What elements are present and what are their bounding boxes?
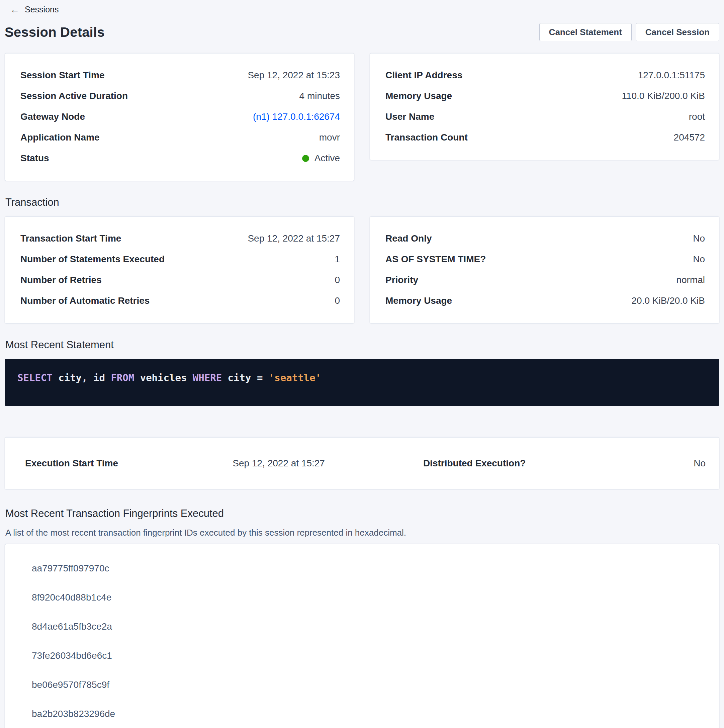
row-value: 1 <box>335 254 340 265</box>
row-value: 0 <box>335 275 340 285</box>
row-label: Number of Automatic Retries <box>20 295 150 306</box>
statement-heading: Most Recent Statement <box>5 339 719 351</box>
row-value: Sep 12, 2022 at 15:27 <box>248 233 340 244</box>
row-label: Number of Retries <box>20 275 102 285</box>
arrow-left-icon: ← <box>10 5 19 14</box>
row-label: Memory Usage <box>386 295 452 306</box>
status-value: Active <box>314 153 340 164</box>
summary-row-priority: Priority normal <box>386 270 705 291</box>
summary-row-session-start-time: Session Start Time Sep 12, 2022 at 15:23 <box>20 65 340 86</box>
fingerprint-item: aa79775ff097970c <box>5 554 719 583</box>
transaction-card-left: Transaction Start Time Sep 12, 2022 at 1… <box>5 216 354 324</box>
summary-row-gateway-node: Gateway Node (n1) 127.0.0.1:62674 <box>20 106 340 127</box>
status-badge: Active <box>302 153 340 164</box>
row-label: Transaction Start Time <box>20 233 121 244</box>
breadcrumb-label: Sessions <box>25 5 58 14</box>
summary-row-as-of-system-time: AS OF SYSTEM TIME? No <box>386 249 705 270</box>
session-summary-card-right: Client IP Address 127.0.0.1:51175 Memory… <box>370 53 719 160</box>
transaction-card-right: Read Only No AS OF SYSTEM TIME? No Prior… <box>370 216 719 324</box>
breadcrumb-back-link[interactable]: ← Sessions <box>5 0 58 14</box>
distributed-execution-value: No <box>603 458 706 469</box>
summary-row-user-name: User Name root <box>386 106 705 127</box>
page-title: Session Details <box>5 25 105 40</box>
execution-start-time-label: Execution Start Time <box>25 458 233 469</box>
row-label: Session Active Duration <box>20 91 128 101</box>
row-label: Application Name <box>20 132 99 143</box>
sql-statement-block: SELECT city, id FROM vehicles WHERE city… <box>5 359 719 406</box>
transaction-heading: Transaction <box>5 196 719 208</box>
status-active-dot-icon <box>302 155 309 162</box>
summary-row-transaction-start-time: Transaction Start Time Sep 12, 2022 at 1… <box>20 228 340 249</box>
row-value: 4 minutes <box>299 91 340 101</box>
summary-row-session-active-duration: Session Active Duration 4 minutes <box>20 86 340 106</box>
summary-row-memory-usage: Memory Usage 110.0 KiB/200.0 KiB <box>386 86 705 106</box>
row-label: Gateway Node <box>20 112 85 122</box>
summary-row-application-name: Application Name movr <box>20 127 340 148</box>
header-actions: Cancel Statement Cancel Session <box>539 23 719 41</box>
execution-summary-card: Execution Start Time Sep 12, 2022 at 15:… <box>5 437 719 489</box>
row-value: No <box>693 233 705 244</box>
row-value: movr <box>319 132 340 143</box>
row-label: Priority <box>386 275 418 285</box>
sql-text: city = <box>222 372 269 383</box>
row-label: Read Only <box>386 233 432 244</box>
fingerprint-item: ba2b203b823296de <box>5 699 719 728</box>
fingerprint-item: 73fe26034bd6e6c1 <box>5 641 719 670</box>
sql-keyword: SELECT <box>17 372 52 383</box>
fingerprint-item: be06e9570f785c9f <box>5 670 719 699</box>
row-label: Number of Statements Executed <box>20 254 165 265</box>
row-label: Memory Usage <box>386 91 452 101</box>
fingerprint-item: 8d4ae61a5fb3ce2a <box>5 612 719 641</box>
row-label: Session Start Time <box>20 70 105 81</box>
row-label: User Name <box>386 112 434 122</box>
cancel-statement-button[interactable]: Cancel Statement <box>539 23 632 41</box>
sql-keyword: WHERE <box>193 372 222 383</box>
summary-row-transaction-count: Transaction Count 204572 <box>386 127 705 148</box>
summary-row-client-ip: Client IP Address 127.0.0.1:51175 <box>386 65 705 86</box>
sql-keyword: FROM <box>111 372 134 383</box>
row-value: 20.0 KiB/20.0 KiB <box>632 295 705 306</box>
row-value: Sep 12, 2022 at 15:23 <box>248 70 340 81</box>
fingerprints-heading: Most Recent Transaction Fingerprints Exe… <box>5 508 719 520</box>
row-value: No <box>693 254 705 265</box>
sql-text: city, id <box>52 372 111 383</box>
row-label: AS OF SYSTEM TIME? <box>386 254 486 265</box>
summary-row-read-only: Read Only No <box>386 228 705 249</box>
session-details-page: ← Sessions Session Details Cancel Statem… <box>0 0 724 728</box>
sql-string-literal: 'seattle' <box>269 372 321 383</box>
row-label: Status <box>20 153 49 164</box>
row-value: 204572 <box>674 132 705 143</box>
summary-row-retries: Number of Retries 0 <box>20 270 340 291</box>
fingerprint-item: 8f920c40d88b1c4e <box>5 583 719 612</box>
cancel-session-button[interactable]: Cancel Session <box>636 23 719 41</box>
gateway-node-link[interactable]: (n1) 127.0.0.1:62674 <box>253 112 340 122</box>
fingerprints-card: aa79775ff097970c 8f920c40d88b1c4e 8d4ae6… <box>5 544 719 728</box>
page-header: Session Details Cancel Statement Cancel … <box>5 23 719 41</box>
row-value: normal <box>676 275 705 285</box>
row-label: Transaction Count <box>386 132 468 143</box>
summary-row-status: Status Active <box>20 148 340 168</box>
execution-start-time-value: Sep 12, 2022 at 15:27 <box>233 458 423 469</box>
sql-text: vehicles <box>134 372 193 383</box>
row-value: root <box>689 112 705 122</box>
session-summary-card-left: Session Start Time Sep 12, 2022 at 15:23… <box>5 53 354 181</box>
summary-row-statements-executed: Number of Statements Executed 1 <box>20 249 340 270</box>
summary-row-txn-memory-usage: Memory Usage 20.0 KiB/20.0 KiB <box>386 291 705 311</box>
transaction-section: Transaction Start Time Sep 12, 2022 at 1… <box>5 216 719 324</box>
summary-row-automatic-retries: Number of Automatic Retries 0 <box>20 291 340 311</box>
session-summary-section: Session Start Time Sep 12, 2022 at 15:23… <box>5 53 719 181</box>
row-value: 110.0 KiB/200.0 KiB <box>621 91 705 101</box>
row-label: Client IP Address <box>386 70 462 81</box>
row-value: 127.0.0.1:51175 <box>638 70 705 81</box>
distributed-execution-label: Distributed Execution? <box>423 458 603 469</box>
fingerprints-description: A list of the most recent transaction fi… <box>5 528 719 538</box>
row-value: 0 <box>335 295 340 306</box>
